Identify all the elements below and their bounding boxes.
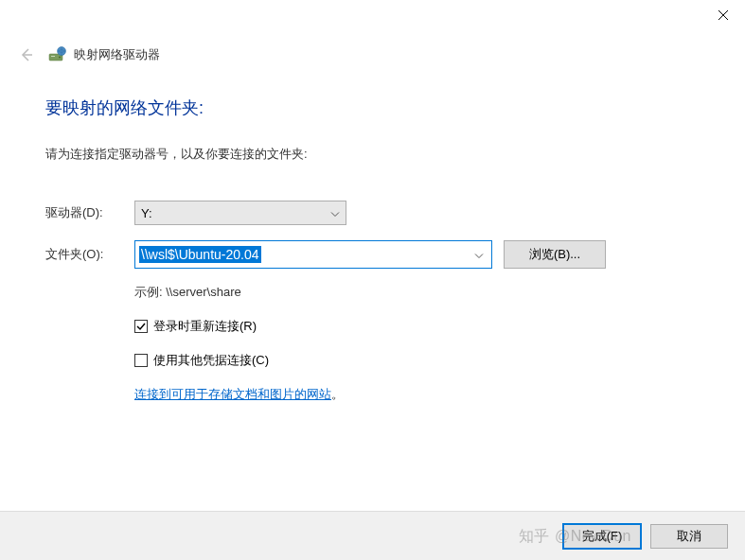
folder-input[interactable] (139, 247, 488, 262)
drive-select[interactable]: Y: (134, 201, 346, 225)
credentials-checkbox-row: 使用其他凭据连接(C) (134, 352, 700, 369)
instruction-text: 请为连接指定驱动器号，以及你要连接的文件夹: (45, 146, 700, 163)
drive-value: Y: (141, 206, 152, 220)
network-drive-icon (47, 45, 66, 64)
credentials-label: 使用其他凭据连接(C) (153, 352, 269, 369)
chevron-down-icon (474, 248, 484, 262)
storage-link-row: 连接到可用于存储文档和图片的网站。 (134, 386, 700, 403)
cancel-button[interactable]: 取消 (650, 524, 728, 549)
drive-row: 驱动器(D): Y: (45, 201, 700, 225)
page-heading: 要映射的网络文件夹: (45, 96, 700, 119)
example-text: 示例: \\server\share (134, 284, 700, 301)
folder-row: 文件夹(O): \\wsl$\Ubuntu-20.04 浏览(B)... (45, 240, 700, 269)
link-suffix: 。 (331, 387, 344, 401)
content-area: 要映射的网络文件夹: 请为连接指定驱动器号，以及你要连接的文件夹: 驱动器(D)… (0, 68, 745, 403)
reconnect-checkbox[interactable] (134, 320, 148, 333)
storage-website-link[interactable]: 连接到可用于存储文档和图片的网站 (134, 387, 331, 401)
back-button (13, 42, 40, 68)
titlebar (0, 0, 745, 30)
credentials-checkbox[interactable] (134, 354, 148, 367)
close-button[interactable] (701, 0, 745, 30)
footer: 完成(F) 取消 (0, 511, 745, 560)
folder-combobox[interactable]: \\wsl$\Ubuntu-20.04 (134, 240, 492, 269)
finish-button[interactable]: 完成(F) (563, 524, 641, 549)
reconnect-label: 登录时重新连接(R) (153, 318, 257, 335)
chevron-down-icon (330, 206, 340, 220)
header-row: 映射网络驱动器 (0, 30, 745, 68)
window-title: 映射网络驱动器 (74, 46, 160, 63)
folder-label: 文件夹(O): (45, 246, 134, 263)
reconnect-checkbox-row: 登录时重新连接(R) (134, 318, 700, 335)
close-icon (718, 10, 728, 20)
back-arrow-icon (19, 47, 34, 62)
svg-point-5 (59, 57, 61, 59)
browse-button[interactable]: 浏览(B)... (504, 240, 606, 269)
drive-label: 驱动器(D): (45, 204, 134, 221)
checkmark-icon (136, 322, 146, 331)
svg-rect-4 (51, 56, 55, 57)
